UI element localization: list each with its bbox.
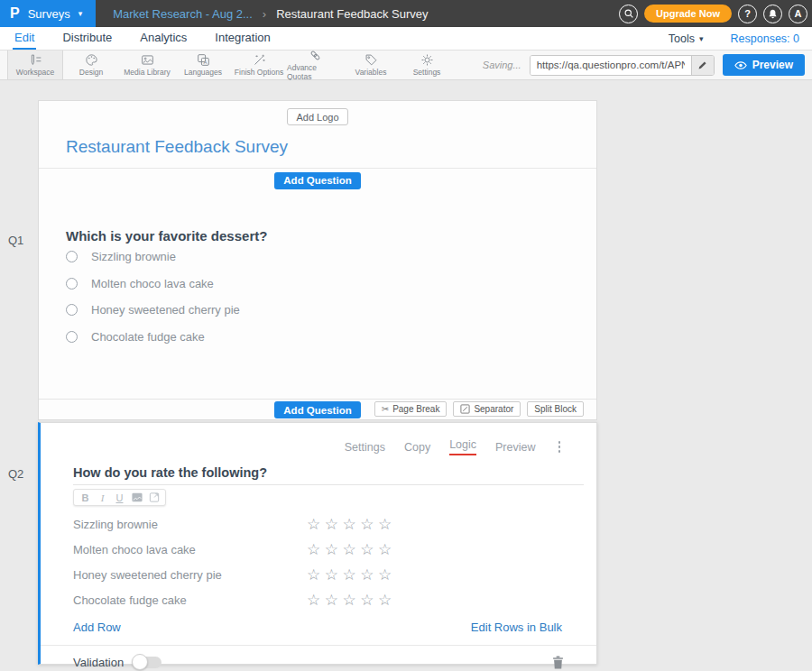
star-icon[interactable]: ☆ — [343, 542, 356, 557]
add-logo-button[interactable]: Add Logo — [287, 108, 347, 125]
toolbar-item-workspace[interactable]: Workspace — [7, 51, 63, 79]
add-row-link[interactable]: Add Row — [73, 620, 121, 634]
q2-question-text[interactable]: How do you rate the following? — [73, 465, 584, 480]
question-copy-link[interactable]: Copy — [404, 441, 430, 454]
q1-option-label[interactable]: Molten choco lava cake — [91, 277, 214, 290]
avatar[interactable]: A — [789, 5, 807, 23]
toolbar-item-languages[interactable]: A Languages — [175, 51, 231, 79]
separator-button[interactable]: Separator — [453, 401, 521, 417]
validation-toggle[interactable] — [134, 657, 161, 668]
split-block-button[interactable]: Split Block — [527, 401, 584, 417]
edit-url-button[interactable] — [691, 56, 714, 75]
star-icon[interactable]: ☆ — [343, 593, 356, 608]
tabrow-right: Tools ▾ Responses: 0 — [669, 27, 799, 50]
toolbar-item-design[interactable]: Design — [63, 51, 119, 79]
responses-count[interactable]: Responses: 0 — [731, 32, 799, 45]
question-preview-link[interactable]: Preview — [495, 441, 535, 454]
row-label[interactable]: Molten choco lava cake — [73, 543, 307, 556]
search-icon — [623, 8, 634, 19]
edit-rows-in-bulk-link[interactable]: Edit Rows in Bulk — [471, 620, 562, 634]
radio-icon[interactable] — [66, 331, 78, 343]
eye-icon — [734, 60, 747, 70]
chain-link-icon — [309, 49, 322, 62]
main-tabs: Edit Distribute Analytics Integration To… — [0, 27, 812, 51]
toolbar-right: Saving... Preview — [483, 51, 812, 79]
toolbar-item-settings[interactable]: Settings — [399, 51, 455, 79]
star-icon[interactable]: ☆ — [360, 593, 374, 608]
star-icon[interactable]: ☆ — [343, 517, 356, 532]
star-icon[interactable]: ☆ — [325, 542, 338, 557]
tab-distribute[interactable]: Distribute — [60, 27, 114, 50]
image-icon — [141, 53, 154, 67]
radio-icon[interactable] — [66, 278, 78, 290]
star-icon[interactable]: ☆ — [307, 593, 320, 608]
breadcrumb-parent[interactable]: Market Research - Aug 2... — [113, 7, 253, 21]
help-icon: ? — [744, 8, 751, 19]
star-icon[interactable]: ☆ — [307, 567, 320, 583]
row-label[interactable]: Chocolate fudge cake — [73, 593, 307, 607]
star-icon[interactable]: ☆ — [325, 517, 338, 532]
radio-icon[interactable] — [66, 304, 78, 316]
star-icon[interactable]: ☆ — [325, 593, 338, 608]
question-logic-link[interactable]: Logic — [449, 438, 476, 455]
magic-wand-icon — [253, 53, 266, 67]
help-button[interactable]: ? — [738, 5, 757, 23]
toolbar-item-advance-quotas[interactable]: Advance Quotas — [287, 51, 343, 79]
kebab-menu-icon[interactable] — [557, 439, 563, 455]
preview-button[interactable]: Preview — [723, 54, 805, 76]
q1-question-text[interactable]: Which is your favorite dessert? — [66, 228, 596, 244]
toolbar-item-variables[interactable]: Variables — [343, 51, 399, 79]
q1-option-label[interactable]: Sizzling brownie — [91, 250, 176, 263]
star-icon[interactable]: ☆ — [360, 517, 374, 532]
survey-header-block: Add Logo Restaurant Feedback Survey Add … — [38, 100, 597, 420]
row-label[interactable]: Honey sweetened cherry pie — [73, 568, 307, 582]
star-icon[interactable]: ☆ — [307, 542, 320, 557]
star-icon[interactable]: ☆ — [378, 593, 392, 608]
star-icon[interactable]: ☆ — [360, 542, 374, 557]
chevron-down-icon: ▾ — [78, 9, 83, 18]
star-rating: ☆☆☆☆☆ — [307, 593, 392, 608]
surveys-menu-label: Surveys — [28, 7, 70, 21]
star-icon[interactable]: ☆ — [360, 567, 374, 583]
toolbar-item-media-library[interactable]: Media Library — [119, 51, 175, 79]
radio-icon[interactable] — [66, 251, 78, 262]
star-icon[interactable]: ☆ — [307, 517, 320, 532]
upgrade-now-button[interactable]: Upgrade Now — [644, 5, 732, 23]
chevron-down-icon: ▾ — [699, 34, 704, 43]
delete-question-button[interactable] — [552, 656, 564, 669]
underline-button[interactable]: U — [111, 490, 128, 505]
survey-title[interactable]: Restaurant Feedback Survey — [66, 137, 596, 157]
bold-button[interactable]: B — [77, 490, 94, 505]
notifications-button[interactable] — [763, 5, 782, 23]
star-icon[interactable]: ☆ — [343, 567, 356, 583]
tools-menu[interactable]: Tools ▾ — [669, 32, 704, 45]
star-icon[interactable]: ☆ — [378, 542, 392, 557]
tab-edit[interactable]: Edit — [13, 27, 36, 50]
insert-image-button[interactable] — [128, 490, 145, 505]
row-label[interactable]: Sizzling brownie — [73, 518, 307, 531]
row-links: Add Row Edit Rows in Bulk — [41, 612, 596, 645]
star-icon[interactable]: ☆ — [378, 567, 392, 583]
rating-row: Sizzling brownie ☆☆☆☆☆ — [41, 511, 596, 537]
italic-button[interactable]: I — [94, 490, 111, 505]
q1-option-label[interactable]: Honey sweetened cherry pie — [91, 303, 240, 317]
breadcrumb: Market Research - Aug 2... › Restaurant … — [113, 7, 428, 21]
question-settings-link[interactable]: Settings — [345, 441, 385, 454]
q1-option-label[interactable]: Chocolate fudge cake — [91, 330, 205, 344]
star-icon[interactable]: ☆ — [325, 567, 338, 583]
search-button[interactable] — [619, 5, 638, 23]
star-icon[interactable]: ☆ — [378, 517, 392, 532]
palette-icon — [85, 53, 98, 67]
translate-icon: A — [197, 53, 210, 67]
survey-url-input[interactable] — [531, 56, 691, 75]
question-2-block: Settings Copy Logic Preview How do you r… — [38, 422, 597, 665]
surveys-menu[interactable]: P Surveys ▾ — [0, 0, 96, 27]
add-question-button[interactable]: Add Question — [274, 172, 360, 189]
add-question-button[interactable]: Add Question — [274, 401, 360, 418]
tab-integration[interactable]: Integration — [213, 27, 272, 50]
page-break-button[interactable]: ✂ Page Break — [374, 401, 448, 417]
rating-row: Honey sweetened cherry pie ☆☆☆☆☆ — [41, 562, 596, 587]
insert-link-button[interactable] — [145, 490, 162, 505]
toolbar-item-finish-options[interactable]: Finish Options — [231, 51, 287, 79]
tab-analytics[interactable]: Analytics — [138, 27, 189, 50]
